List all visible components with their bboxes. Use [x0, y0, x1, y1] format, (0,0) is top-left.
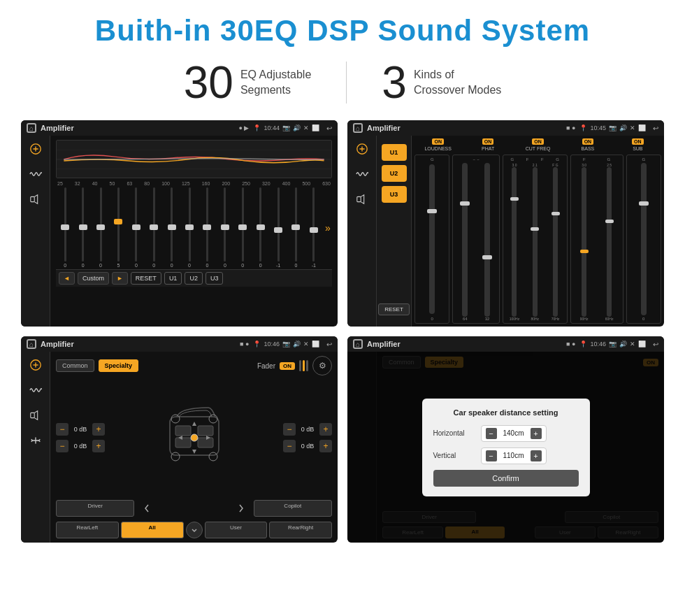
ch-sub: ON SUB: [614, 138, 661, 151]
screen3-title: Amplifier: [41, 340, 236, 348]
down-chevron[interactable]: [186, 522, 203, 538]
status-bar-3: Amplifier ■ ● 📍 10:46 📷🔊✕⬜ ↩: [21, 336, 338, 352]
amp-filter-icon[interactable]: [352, 141, 372, 157]
back-icon-3[interactable]: ↩: [326, 341, 332, 348]
fader-top-bar: Common Specialty Fader ON ⚙: [56, 356, 332, 375]
fader-wave-icon[interactable]: [26, 382, 45, 398]
back-icon-1[interactable]: ↩: [326, 124, 332, 132]
amp-wave-icon[interactable]: [352, 166, 372, 182]
horizontal-minus[interactable]: −: [486, 428, 497, 439]
db-value-br: 0 dB: [298, 443, 317, 450]
fader-bottom-btns-2: RearLeft All User RearRight: [56, 522, 332, 538]
home-icon-4[interactable]: [353, 339, 363, 349]
all-btn[interactable]: All: [121, 522, 184, 538]
fader-controls-area: − 0 dB + − 0 dB +: [56, 379, 332, 496]
db-minus-tr[interactable]: −: [283, 423, 296, 436]
u1-btn[interactable]: U1: [164, 272, 182, 285]
preset-u2[interactable]: U2: [382, 165, 407, 182]
ch-cutfreq: ON CUT FREQ: [514, 138, 561, 151]
back-icon-4[interactable]: ↩: [653, 341, 658, 348]
fader-speaker-icon[interactable]: [26, 408, 45, 423]
amp-speaker-icon[interactable]: [352, 192, 372, 207]
db-plus-tr[interactable]: +: [319, 423, 332, 436]
fader-on-pill[interactable]: ON: [280, 362, 295, 370]
eq-number: 30: [184, 60, 233, 105]
fader-settings-icon[interactable]: ⚙: [312, 356, 332, 375]
svg-marker-23: [192, 450, 196, 454]
fader-sidebar: [21, 352, 50, 543]
eq-slider-2: 0: [93, 187, 108, 268]
db-plus-bl[interactable]: +: [92, 440, 105, 452]
db-value-bl: 0 dB: [71, 443, 90, 450]
preset-u3[interactable]: U3: [382, 186, 407, 203]
eq-prev-btn[interactable]: ◄: [59, 272, 75, 285]
amp-body: U1 U2 U3 RESET ON LOUDNE: [347, 136, 664, 327]
u2-btn[interactable]: U2: [185, 272, 203, 285]
back-icon-2[interactable]: ↩: [653, 124, 658, 132]
eq-next-btn[interactable]: ►: [112, 272, 128, 285]
fader-arrows-icon[interactable]: [26, 433, 45, 448]
db-minus-br[interactable]: −: [283, 440, 296, 452]
home-icon-1[interactable]: [27, 123, 36, 133]
copilot-btn[interactable]: Copilot: [254, 500, 332, 517]
loudness-thumb[interactable]: [427, 209, 437, 213]
reset-btn-2[interactable]: RESET: [378, 303, 410, 315]
horizontal-value: 140cm: [500, 429, 528, 437]
eq-filter-icon[interactable]: [26, 141, 45, 157]
db-plus-tl[interactable]: +: [92, 423, 105, 436]
ch-cutfreq-label: CUT FREQ: [526, 146, 551, 151]
user-btn[interactable]: User: [205, 522, 268, 538]
eq-sidebar: [21, 136, 50, 327]
db-control-br: − 0 dB +: [283, 440, 332, 452]
rearright-btn[interactable]: RearRight: [269, 522, 332, 538]
home-icon-2[interactable]: [353, 123, 363, 133]
eq-wave-icon[interactable]: [26, 166, 45, 182]
on-phat[interactable]: ON: [482, 138, 494, 145]
on-cutfreq[interactable]: ON: [532, 138, 544, 145]
eq-curve-area: [56, 140, 332, 178]
preset-u1[interactable]: U1: [382, 144, 407, 161]
vertical-minus[interactable]: −: [486, 450, 497, 461]
on-bass[interactable]: ON: [582, 138, 594, 145]
status-icons-2: 📍 10:45 📷🔊✕⬜: [579, 124, 646, 131]
status-bar-2: Amplifier ■ ● 📍 10:45 📷🔊✕⬜ ↩: [347, 120, 664, 136]
specialty-tab[interactable]: Specialty: [99, 359, 139, 372]
svg-rect-3: [30, 196, 34, 201]
eq-scroll-right[interactable]: »: [325, 222, 331, 234]
on-loudness[interactable]: ON: [432, 138, 444, 145]
db-minus-tl[interactable]: −: [56, 423, 68, 436]
screen2-amp: Amplifier ■ ● 📍 10:45 📷🔊✕⬜ ↩: [347, 120, 664, 327]
home-icon-3[interactable]: [27, 339, 36, 349]
ch-phat-label: PHAT: [482, 146, 494, 151]
fader-h-sliders: [299, 360, 308, 371]
db-value-tl: 0 dB: [71, 426, 90, 433]
custom-label-btn[interactable]: Custom: [78, 272, 109, 285]
eq-slider-14: -1: [306, 187, 322, 268]
vertical-value: 110cm: [500, 452, 528, 459]
driver-btn[interactable]: Driver: [56, 500, 134, 517]
common-tab[interactable]: Common: [56, 359, 94, 372]
u3-btn[interactable]: U3: [206, 272, 224, 285]
rearleft-btn[interactable]: RearLeft: [56, 522, 119, 538]
on-sub[interactable]: ON: [632, 138, 644, 145]
fader-filter-icon[interactable]: [26, 357, 45, 373]
loudness-track: [429, 164, 435, 314]
horizontal-row: Horizontal − 140cm +: [433, 425, 579, 442]
vertical-plus[interactable]: +: [531, 450, 542, 461]
status-bar-4: Amplifier ■ ● 📍 10:46 📷🔊✕⬜ ↩: [347, 336, 664, 352]
reset-btn-1[interactable]: RESET: [131, 272, 161, 285]
eq-slider-10: 0: [235, 187, 250, 268]
screen1-title: Amplifier: [41, 124, 235, 132]
confirm-button[interactable]: Confirm: [433, 470, 579, 487]
eq-label: EQ Adjustable Segments: [240, 67, 311, 99]
eq-speaker-icon[interactable]: [26, 192, 45, 207]
db-minus-bl[interactable]: −: [56, 440, 68, 452]
horizontal-plus[interactable]: +: [531, 428, 542, 439]
db-control-tr: − 0 dB +: [283, 423, 332, 436]
db-plus-br[interactable]: +: [319, 440, 332, 452]
eq-slider-9: 0: [217, 187, 233, 268]
dialog-title: Car speaker distance setting: [433, 408, 579, 417]
screen2-title: Amplifier: [367, 124, 562, 132]
svg-marker-22: [192, 422, 196, 426]
amp-presets: U1 U2 U3 RESET: [377, 136, 412, 327]
